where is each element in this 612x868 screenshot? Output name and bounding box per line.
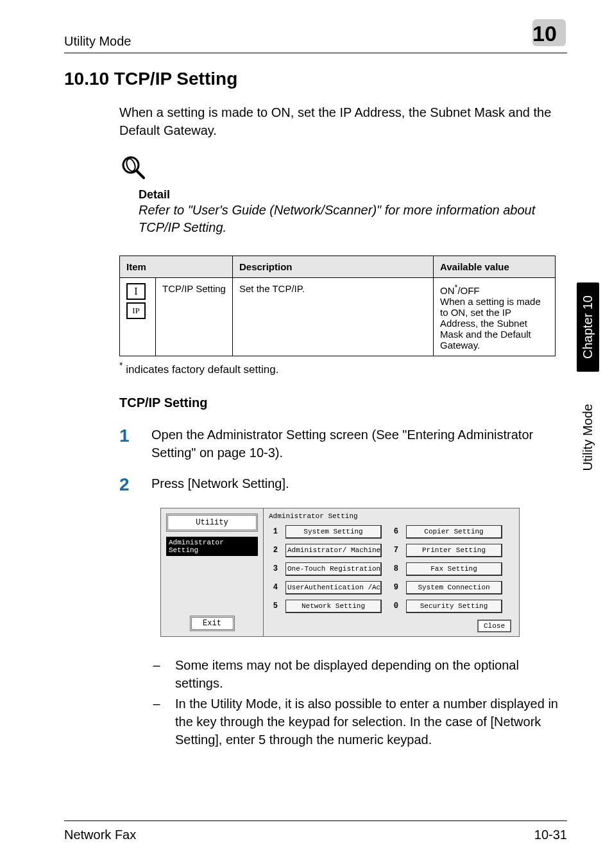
one-touch-registration-button[interactable]: One-Touch Registration xyxy=(285,562,382,576)
item-avail: ON*/OFF When a setting is made to ON, se… xyxy=(434,278,556,356)
menu-num: 8 xyxy=(389,564,398,573)
detail-body: Refer to "User's Guide (Network/Scanner)… xyxy=(139,202,567,236)
item-icon-i: I xyxy=(126,283,146,300)
note-2: In the Utility Mode, it is also possible… xyxy=(175,695,567,749)
step-1-num: 1 xyxy=(119,426,139,462)
item-desc: Set the TCP/IP. xyxy=(233,278,434,356)
admin-machine-setting-button[interactable]: Administrator/ Machine Setting xyxy=(285,544,382,557)
fax-setting-button[interactable]: Fax Setting xyxy=(406,562,502,576)
admin-setting-screenshot: Utility Administrator Setting Exit Admin… xyxy=(160,508,567,637)
header-section: Utility Mode xyxy=(64,34,131,49)
admin-setting-header: Administrator Setting xyxy=(269,512,514,520)
intro-text: When a setting is made to ON, set the IP… xyxy=(119,103,567,139)
step-2-num: 2 xyxy=(119,474,139,495)
step-2-text: Press [Network Setting]. xyxy=(151,474,289,495)
menu-num: 3 xyxy=(269,564,278,573)
user-auth-button[interactable]: UserAuthentication /Account Track xyxy=(285,581,382,595)
table-row: I IP TCP/IP Setting Set the TCP/IP. ON*/… xyxy=(120,278,556,356)
th-desc: Description xyxy=(233,256,434,278)
menu-num: 4 xyxy=(269,583,278,592)
detail-block: Detail Refer to "User's Guide (Network/S… xyxy=(119,153,567,236)
step-1: 1 Open the Administrator Setting screen … xyxy=(119,426,567,462)
th-item: Item xyxy=(120,256,233,278)
sub-heading: TCP/IP Setting xyxy=(119,395,567,410)
section-heading: 10.10 TCP/IP Setting xyxy=(64,69,567,89)
menu-num: 9 xyxy=(389,583,398,592)
side-tab: Chapter 10 Utility Mode xyxy=(577,282,599,483)
security-setting-button[interactable]: Security Setting xyxy=(406,600,502,613)
network-setting-button[interactable]: Network Setting xyxy=(285,600,382,613)
side-mode: Utility Mode xyxy=(581,391,595,483)
copier-setting-button[interactable]: Copier Setting xyxy=(406,525,502,539)
magnifier-icon xyxy=(119,153,148,184)
item-icon-ip: IP xyxy=(126,302,146,319)
menu-num: 7 xyxy=(389,546,398,555)
svg-point-1 xyxy=(125,158,137,173)
printer-setting-button[interactable]: Printer Setting xyxy=(406,544,502,557)
menu-num: 2 xyxy=(269,546,278,555)
side-chapter: Chapter 10 xyxy=(577,282,599,372)
system-setting-button[interactable]: System Setting xyxy=(285,525,382,539)
note-1: Some items may not be displayed dependin… xyxy=(175,656,567,692)
step-2: 2 Press [Network Setting]. xyxy=(119,474,567,495)
page-footer: Network Fax 10-31 xyxy=(64,820,567,842)
exit-button[interactable]: Exit xyxy=(190,616,235,631)
footer-right: 10-31 xyxy=(534,828,567,842)
detail-title: Detail xyxy=(139,188,567,202)
th-avail: Available value xyxy=(434,256,556,278)
chapter-badge: 10 xyxy=(526,19,567,49)
menu-num: 0 xyxy=(389,602,398,611)
menu-num: 1 xyxy=(269,527,278,536)
notes-list: – Some items may not be displayed depend… xyxy=(151,656,567,749)
footer-left: Network Fax xyxy=(64,828,136,842)
svg-line-2 xyxy=(137,171,144,178)
menu-num: 6 xyxy=(389,527,398,536)
system-connection-button[interactable]: System Connection xyxy=(406,581,502,595)
utility-title-button[interactable]: Utility xyxy=(166,514,258,532)
step-1-text: Open the Administrator Setting screen (S… xyxy=(151,426,567,462)
admin-setting-selected[interactable]: Administrator Setting xyxy=(166,537,258,556)
settings-table: Item Description Available value I IP TC… xyxy=(119,256,567,356)
menu-num: 5 xyxy=(269,602,278,611)
item-name: TCP/IP Setting xyxy=(156,278,233,356)
page-header: Utility Mode 10 xyxy=(64,19,567,53)
close-button[interactable]: Close xyxy=(477,620,511,632)
footnote: * indicates factory default setting. xyxy=(119,360,567,376)
